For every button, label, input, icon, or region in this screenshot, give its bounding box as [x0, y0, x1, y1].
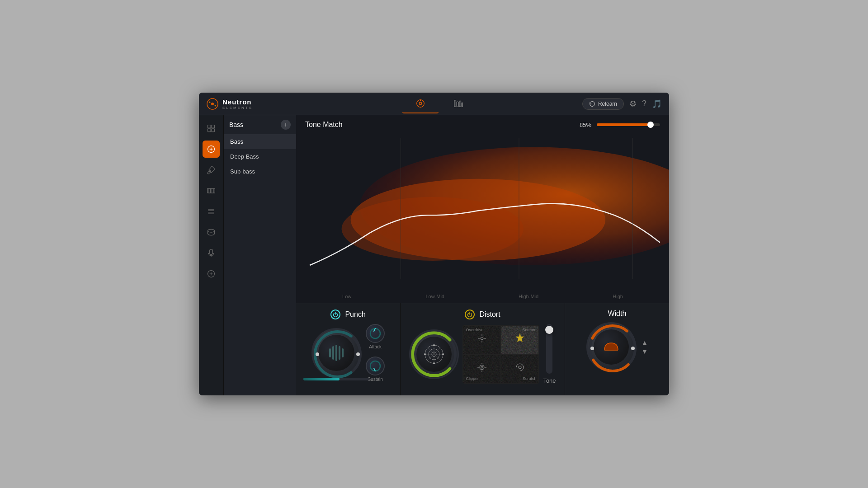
- svg-point-16: [209, 170, 211, 172]
- svg-point-6: [420, 100, 421, 101]
- distort-knob-container: [409, 329, 459, 379]
- svg-point-34: [370, 328, 380, 338]
- instrument-panel-header: Bass +: [224, 115, 296, 134]
- punch-module-header: Punch: [303, 310, 393, 319]
- svg-rect-8: [457, 102, 458, 107]
- header: Neutron ELEMENTS: [199, 93, 669, 115]
- width-module-header: Width: [572, 310, 662, 318]
- overdrive-label: Overdrive: [466, 328, 483, 332]
- header-actions: Relearn ⚙ ? 🎵: [582, 98, 662, 110]
- width-content: ▲ ▼: [586, 322, 648, 372]
- sustain-label: Sustain: [368, 377, 382, 382]
- svg-rect-14: [212, 129, 215, 132]
- punch-content: Attack Sustain: [303, 324, 393, 382]
- instrument-panel: Bass + Bass Deep Bass Sub-bass: [224, 115, 296, 395]
- sidebar-item-vocals[interactable]: [203, 244, 220, 262]
- freq-label-high-mid: High-Mid: [519, 294, 538, 299]
- app-subtitle: ELEMENTS: [222, 106, 253, 110]
- sustain-knob-indicator: [369, 360, 382, 372]
- width-module: Width: [565, 303, 669, 395]
- sidebar-item-add[interactable]: [203, 265, 220, 282]
- svg-rect-12: [212, 125, 215, 128]
- header-tabs: [297, 94, 582, 113]
- punch-power-button[interactable]: [330, 310, 340, 319]
- attack-label: Attack: [369, 344, 382, 349]
- tab-analyzer[interactable]: [402, 94, 439, 113]
- distort-grid: Overdrive: [462, 325, 539, 384]
- width-knob-arc: [588, 324, 637, 373]
- clipper-label: Clipper: [466, 376, 479, 381]
- tab-mixer[interactable]: [440, 94, 476, 113]
- distort-knob[interactable]: [409, 329, 459, 379]
- settings-icon[interactable]: ⚙: [629, 99, 637, 109]
- svg-point-50: [442, 353, 444, 355]
- punch-horizontal-slider[interactable]: [303, 378, 369, 380]
- distort-knob-icon: [420, 341, 448, 368]
- punch-module: Punch: [296, 303, 401, 395]
- svg-rect-17: [208, 188, 215, 193]
- distort-module: Distort: [401, 303, 565, 395]
- tone-match-slider[interactable]: [597, 123, 660, 126]
- sidebar-item-guitar[interactable]: [203, 161, 220, 178]
- svg-rect-7: [454, 100, 456, 107]
- freq-label-low: Low: [342, 294, 351, 299]
- attack-knob[interactable]: [366, 324, 385, 343]
- right-panel: Tone Match 85%: [296, 115, 669, 395]
- tone-slider-fill: [597, 123, 651, 126]
- svg-rect-11: [208, 125, 211, 128]
- width-up-button[interactable]: ▲: [642, 339, 648, 346]
- midi-icon[interactable]: 🎵: [652, 99, 662, 109]
- width-knob[interactable]: [586, 322, 636, 372]
- frequency-visualization: [296, 115, 669, 283]
- sidebar-item-drums[interactable]: [203, 224, 220, 241]
- instrument-item-bass[interactable]: Bass: [224, 134, 296, 149]
- punch-small-knobs: Attack Sustain: [366, 324, 385, 382]
- neutron-logo-icon: [206, 98, 219, 110]
- attack-knob-container: Attack: [366, 324, 385, 349]
- width-down-button[interactable]: ▼: [642, 348, 648, 355]
- instrument-item-sub-bass[interactable]: Sub-bass: [224, 164, 296, 179]
- tone-match-controls: 85%: [580, 122, 660, 128]
- punch-knob[interactable]: [311, 328, 361, 378]
- distort-cell-scratch[interactable]: Scratch: [501, 354, 539, 383]
- sidebar-item-bass-icon[interactable]: [203, 120, 220, 137]
- scream-label: Scream: [522, 328, 536, 332]
- sustain-knob[interactable]: [366, 357, 385, 375]
- tone-slider-thumb-v[interactable]: [545, 326, 553, 334]
- distort-content: Overdrive: [408, 324, 557, 384]
- distort-cell-scream[interactable]: Scream: [501, 325, 539, 354]
- punch-knob-container: [311, 328, 361, 378]
- instrument-item-deep-bass[interactable]: Deep Bass: [224, 149, 296, 164]
- distort-module-header: Distort: [408, 310, 557, 319]
- distort-cell-clipper[interactable]: Clipper: [463, 354, 501, 383]
- freq-labels: Low Low-Mid High-Mid High: [296, 294, 669, 299]
- tone-vertical-slider[interactable]: [546, 324, 552, 374]
- freq-label-high: High: [613, 294, 623, 299]
- instrument-list: Bass Deep Bass Sub-bass: [224, 134, 296, 179]
- svg-point-33: [356, 352, 360, 356]
- punch-knob-ring: [313, 329, 363, 379]
- svg-point-5: [419, 102, 422, 105]
- svg-point-70: [590, 347, 594, 350]
- instrument-panel-title: Bass: [229, 121, 243, 128]
- tone-label: Tone: [543, 377, 556, 384]
- sidebar-item-active[interactable]: [203, 141, 220, 158]
- logo-text: Neutron ELEMENTS: [222, 98, 253, 110]
- relearn-button[interactable]: Relearn: [582, 98, 624, 110]
- help-icon[interactable]: ?: [642, 99, 646, 108]
- add-instrument-button[interactable]: +: [281, 120, 291, 130]
- sidebar-item-keys[interactable]: [203, 182, 220, 199]
- distort-knob-inner: [416, 337, 452, 372]
- app-title: Neutron: [222, 98, 253, 106]
- svg-point-2: [209, 101, 211, 103]
- distort-cell-overdrive[interactable]: Overdrive: [463, 325, 501, 354]
- scratch-label: Scratch: [523, 376, 537, 381]
- svg-point-71: [631, 347, 635, 350]
- sidebar-item-strings[interactable]: [203, 203, 220, 220]
- tone-match-percentage: 85%: [580, 122, 591, 128]
- svg-rect-10: [462, 103, 462, 107]
- distort-power-button[interactable]: [465, 310, 475, 319]
- tone-slider-thumb[interactable]: [647, 122, 654, 128]
- svg-point-47: [433, 344, 435, 346]
- freq-label-low-mid: Low-Mid: [425, 294, 444, 299]
